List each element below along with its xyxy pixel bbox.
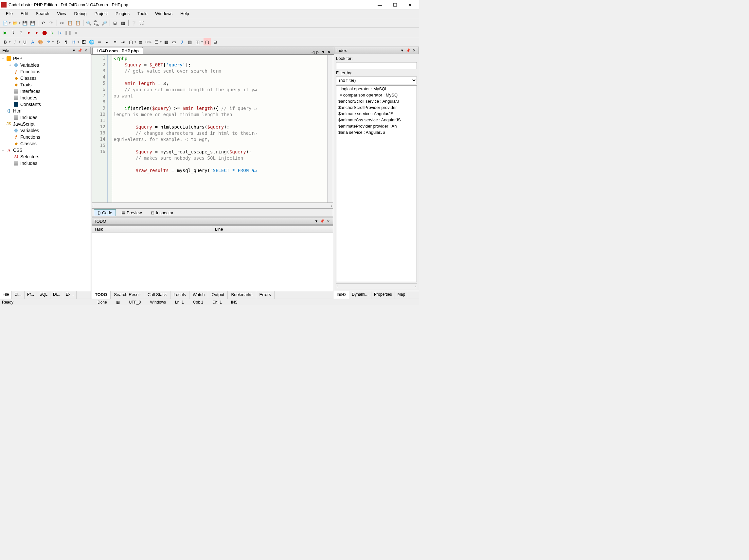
play2-icon[interactable]: ▷ [49,29,56,36]
pin-icon[interactable]: 📌 [77,48,83,53]
run-icon[interactable]: ▶ [2,29,9,36]
menu-file[interactable]: File [2,10,17,18]
dropdown-icon[interactable]: ▼ [71,48,77,53]
underline-icon[interactable]: U [21,38,28,45]
preview-tab[interactable]: ▤ Preview [118,209,145,216]
menu-help[interactable]: Help [176,10,193,18]
tree-node-includes[interactable]: Includes [0,160,91,167]
align-icon[interactable]: ≡ [112,38,119,45]
frame-icon[interactable]: ▢ [204,38,211,45]
code-content[interactable]: <?php $query = $_GET['query']; // gets v… [112,55,327,202]
tree-node-includes[interactable]: Includes [0,114,91,121]
right-tab[interactable]: Properties [371,291,395,299]
bottom-tab[interactable]: Call Stack [144,291,170,299]
find-in-files-icon[interactable]: 🔎 [101,19,108,26]
tree-node-functions[interactable]: ƒFunctions [0,68,91,75]
minimize-button[interactable]: — [372,0,387,9]
close-panel-icon[interactable]: ✕ [326,218,331,224]
menu-edit[interactable]: Edit [17,10,32,18]
save-all-icon[interactable]: 💾 [29,19,36,26]
tab-prev-icon[interactable]: ◁ [312,50,315,54]
code-editor[interactable]: 12345678910111213141516 <?php $query = $… [92,55,333,203]
right-tab[interactable]: Index [334,291,349,299]
pre-icon[interactable]: PRE [145,38,152,45]
menu-windows[interactable]: Windows [151,10,176,18]
cut-icon[interactable]: ✂ [59,19,66,26]
todo-col-line[interactable]: Line [212,226,333,233]
meta-icon[interactable]: ◫ [194,38,201,45]
comment-icon[interactable]: ⟨⟩ [55,38,62,45]
todo-col-task[interactable]: Task [92,226,212,233]
hr-icon[interactable]: ═ [96,38,103,45]
find-icon[interactable]: 🔍 [85,19,92,26]
fold-gutter[interactable] [108,55,112,202]
window-icon[interactable]: ⊞ [112,19,119,26]
tree-node-php[interactable]: −PHP [0,55,91,62]
filter-by-select[interactable]: (no filter) [336,77,417,84]
table-icon[interactable]: ▦ [163,38,170,45]
breakpoints-icon[interactable]: ⬤ [41,29,48,36]
para-icon[interactable]: ¶ [63,38,70,45]
tab-next-icon[interactable]: ▷ [316,50,319,54]
index-item[interactable]: != comparison operator : MySQ [336,92,416,98]
left-tab[interactable]: Ex... [63,291,77,299]
menu-debug[interactable]: Debug [70,10,91,18]
image-icon[interactable]: 🖼 [80,38,87,45]
copy-icon[interactable]: 📋 [66,19,73,26]
step-over-icon[interactable]: ⤴ [17,29,24,36]
bottom-tab[interactable]: Errors [256,291,275,299]
left-tab[interactable]: SQL [37,291,50,299]
left-tab[interactable]: File [0,291,12,299]
font-icon[interactable]: A [29,38,36,45]
tree-node-includes[interactable]: Includes [0,94,91,101]
bottom-tab[interactable]: Search Result [111,291,144,299]
save-icon[interactable]: 💾 [21,19,28,26]
grid-icon[interactable]: ▦ [120,19,127,26]
menu-project[interactable]: Project [91,10,112,18]
nbsp-icon[interactable]: nb [45,38,52,45]
bottom-tab[interactable]: Bookmarks [228,291,256,299]
div-icon[interactable]: ▢ [127,38,134,45]
tree-node-constants[interactable]: Constants [0,101,91,108]
tree-node-variables[interactable]: Variables [0,127,91,134]
index-item[interactable]: $animateCss service : AngularJS [336,117,416,123]
code-tab[interactable]: ⟨⟩ Code [94,209,116,216]
redo-icon[interactable]: ↷ [48,19,55,26]
span-icon[interactable]: ≣ [137,38,144,45]
bottom-tab[interactable]: Output [208,291,228,299]
tree-node-css[interactable]: −ACSS [0,147,91,153]
form-icon[interactable]: ▭ [170,38,178,45]
index-item[interactable]: $animate service : AngularJS [336,111,416,117]
tree-node-javascript[interactable]: −JSJavaScript [0,121,91,127]
horizontal-scrollbar[interactable]: ‹› [92,203,333,208]
step-into-icon[interactable]: ⤵ [9,29,17,36]
pin-icon[interactable]: 📌 [320,218,325,224]
bottom-tab[interactable]: TODO [92,291,111,299]
right-tab[interactable]: Map [395,291,408,299]
tree-node-classes[interactable]: ◆Classes [0,140,91,147]
close-panel-icon[interactable]: ✕ [411,48,416,53]
tree-node-selectors[interactable]: A!Selectors [0,153,91,160]
tree-node-interfaces[interactable]: Interfaces [0,88,91,94]
pin-icon[interactable]: 📌 [405,48,411,53]
fullscreen-icon[interactable]: ⛶ [138,19,145,26]
help-icon[interactable]: ❔ [130,19,137,26]
left-tab[interactable]: Dr... [50,291,63,299]
bottom-tab[interactable]: Locals [170,291,190,299]
list-icon[interactable]: ☰ [153,38,160,45]
maximize-button[interactable]: ☐ [387,0,403,9]
index-item[interactable]: $animateProvider provider : An [336,123,416,129]
paste-icon[interactable]: 📋 [74,19,82,26]
br-icon[interactable]: ↲ [104,38,111,45]
menu-search[interactable]: Search [32,10,53,18]
index-item[interactable]: $aria service : AngularJS [336,129,416,135]
tree-node-classes[interactable]: ◆Classes [0,75,91,82]
bold-icon[interactable]: B [2,38,9,45]
tree-node-traits[interactable]: ◆Traits [0,82,91,88]
menu-view[interactable]: View [53,10,70,18]
index-item[interactable]: $anchorScrollProvider provider [336,104,416,111]
script-icon[interactable]: J [178,38,186,45]
bottom-tab[interactable]: Watch [190,291,208,299]
index-item[interactable]: $anchorScroll service : AngularJ [336,98,416,104]
breakpoint-icon[interactable]: ● [25,29,33,36]
